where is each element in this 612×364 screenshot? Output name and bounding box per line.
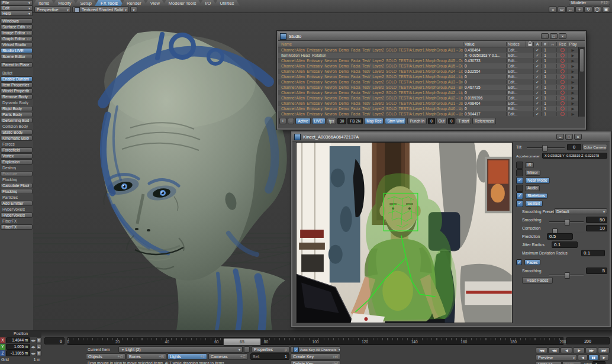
studio-footer-button[interactable]: Out xyxy=(436,118,447,124)
menu-button[interactable]: File ▾ xyxy=(0,0,33,5)
nodes-edit-button[interactable]: Edit... xyxy=(506,80,526,84)
nodes-edit-button[interactable]: Edit... xyxy=(506,85,526,89)
viewport-options-dropdown[interactable]: ▾ xyxy=(130,7,137,12)
mode-button[interactable]: Lights +L xyxy=(168,353,207,360)
transport-button[interactable]: ▶▶ xyxy=(585,347,597,353)
sidebar-item[interactable]: Flocking xyxy=(1,177,33,182)
record-cell[interactable] xyxy=(556,85,568,89)
sidebar-item[interactable]: Windows xyxy=(1,18,33,24)
toggle-button[interactable]: Mirror xyxy=(525,170,540,176)
sidebar-item[interactable]: Deforming Body xyxy=(1,118,33,123)
max-deviation-field[interactable]: 0.1 xyxy=(581,250,605,256)
axis-spinner[interactable]: ◀▶ xyxy=(31,345,36,349)
nodes-edit-button[interactable]: Edit... xyxy=(506,53,526,57)
sidebar-item[interactable]: Studio LIVE xyxy=(1,48,33,53)
main-tab[interactable]: FX Tools xyxy=(95,0,124,6)
record-cell[interactable] xyxy=(556,101,568,105)
active-check-cell[interactable]: ✓ xyxy=(533,101,541,106)
studio-scrollbar[interactable] xyxy=(578,47,585,117)
sidebar-item[interactable]: Add Emitter xyxy=(1,201,33,206)
axis-spinner[interactable]: ◀▶ xyxy=(31,352,36,355)
sidebar-item[interactable]: World Properties xyxy=(1,88,33,94)
play-control-button[interactable]: ▮▮ xyxy=(588,355,598,360)
active-check-cell[interactable]: ✓ xyxy=(533,53,541,58)
channel-row[interactable]: Channel:Alien_Emissary_Nevron_Demo_Facia… xyxy=(278,58,585,63)
studio-footer-button[interactable]: References xyxy=(472,118,496,124)
viewport-tool-icon[interactable]: ≡ xyxy=(549,7,557,12)
checkbox-icon[interactable]: ✓ xyxy=(516,192,523,199)
channel-row[interactable]: Channel:Alien_Emissary_Nevron_Demo_Facia… xyxy=(278,101,585,106)
sidebar-item[interactable]: Rigid Body xyxy=(1,106,33,111)
play-cell[interactable]: ▶ xyxy=(568,75,578,79)
sidebar-item[interactable]: Fracture xyxy=(1,171,33,176)
record-cell[interactable] xyxy=(556,53,568,57)
transport-button[interactable]: ◀◀ xyxy=(548,347,560,353)
sidebar-item[interactable]: Enable Dynamics xyxy=(1,76,33,82)
studio-footer-button[interactable]: 0 xyxy=(428,118,435,124)
active-check-cell[interactable]: ✓ xyxy=(533,112,541,117)
viewport-tool-icon[interactable]: ↻ xyxy=(584,7,592,12)
tilt-value-field[interactable]: 0 xyxy=(567,144,581,150)
sidebar-item[interactable]: Kinematic Body xyxy=(1,136,33,141)
channel-row[interactable]: Channel:Alien_Emissary_Nevron_Demo_Facia… xyxy=(278,69,585,74)
nodes-edit-button[interactable]: Edit... xyxy=(506,107,526,111)
record-cell[interactable] xyxy=(556,64,568,68)
toggle-button[interactable]: IR xyxy=(525,162,534,168)
play-control-button[interactable]: ▶ xyxy=(599,355,609,360)
sidebar-item[interactable]: Forces xyxy=(1,141,33,147)
mode-button[interactable]: Bones +B xyxy=(127,353,166,360)
studio-footer-button[interactable]: T start xyxy=(456,118,471,124)
read-faces-button[interactable]: Read Faces xyxy=(522,277,553,284)
channel-row[interactable]: Channel:Alien_Emissary_Nevron_Demo_Facia… xyxy=(278,106,585,111)
minimize-button[interactable]: – xyxy=(541,33,549,39)
viewport-tool-icon[interactable]: + xyxy=(575,7,584,12)
studio-footer-button[interactable]: − xyxy=(288,118,295,124)
record-cell[interactable] xyxy=(556,80,568,84)
record-cell[interactable] xyxy=(556,91,568,95)
nodes-edit-button[interactable]: Edit... xyxy=(506,69,526,73)
active-check-cell[interactable]: ✓ xyxy=(533,64,541,69)
active-check-cell[interactable]: ✓ xyxy=(533,85,541,90)
nodes-edit-button[interactable]: Edit... xyxy=(506,91,526,95)
redo-button[interactable]: Redo xyxy=(562,361,581,364)
channel-row[interactable]: Channel:Alien_Emissary_Nevron_Demo_Facia… xyxy=(278,63,585,69)
view-mode-dropdown[interactable]: Perspective ▾ xyxy=(34,7,71,12)
channel-row[interactable]: Channel:Alien_Emissary_Nevron_Demo_Facia… xyxy=(278,47,585,53)
auto-key-toggle[interactable]: ✓ Auto Key All Channels ▾ xyxy=(291,346,340,353)
shading-mode-dropdown[interactable]: Textured Shaded Solid ▾ xyxy=(72,7,129,12)
play-cell[interactable]: ▶ xyxy=(568,53,578,58)
transport-button[interactable]: ▶▶| xyxy=(598,347,610,353)
nodes-edit-button[interactable]: Edit... xyxy=(506,96,526,100)
channel-row[interactable]: Channel:Alien_Emissary_Nevron_Demo_Facia… xyxy=(278,74,585,79)
start-frame-field[interactable]: 0 xyxy=(44,337,65,344)
sidebar-item[interactable]: Parent in Place xyxy=(1,62,33,67)
main-tab[interactable]: I/O xyxy=(199,0,217,6)
sidebar-item[interactable]: Item Properties xyxy=(1,82,33,88)
sidebar-item[interactable]: FiberFX xyxy=(1,218,33,224)
studio-footer-button[interactable]: Map Rec xyxy=(364,118,384,124)
studio-footer-button[interactable]: + xyxy=(279,118,286,124)
sidebar-item[interactable]: Parts Body xyxy=(1,112,33,117)
active-check-cell[interactable]: ✓ xyxy=(533,75,541,79)
sidebar-item[interactable]: FiberFX xyxy=(1,224,33,230)
sidebar-item[interactable]: Image Editor F6 xyxy=(1,30,33,36)
mode-button[interactable]: Cameras +C xyxy=(208,353,248,360)
main-tab[interactable]: View xyxy=(144,0,166,6)
channel-row[interactable]: ItemMotion Head_Rotation X -0.0250363 Y … xyxy=(278,53,585,58)
viewport-tool-icon[interactable]: ▣ xyxy=(602,7,610,12)
create-key-button[interactable]: Create Key ret xyxy=(291,353,340,360)
maximize-button[interactable]: □ xyxy=(550,33,558,39)
axis-value-field[interactable]: 1.4844 m xyxy=(6,337,30,343)
record-cell[interactable] xyxy=(556,107,568,111)
step-field[interactable]: 1 xyxy=(592,361,605,364)
sidebar-item[interactable]: Particles xyxy=(1,195,33,200)
envelope-button[interactable]: E xyxy=(36,337,41,343)
envelope-button[interactable]: E xyxy=(36,344,41,350)
envelope-button[interactable]: E xyxy=(36,350,41,356)
play-cell[interactable]: ▶ xyxy=(568,48,578,53)
play-cell[interactable]: ▶ xyxy=(568,112,578,117)
frame-slider[interactable]: 65 xyxy=(223,338,261,346)
toggle-button[interactable]: Near Mode xyxy=(525,178,550,183)
play-cell[interactable]: ▶ xyxy=(568,96,578,101)
slider-handle[interactable] xyxy=(542,145,547,152)
